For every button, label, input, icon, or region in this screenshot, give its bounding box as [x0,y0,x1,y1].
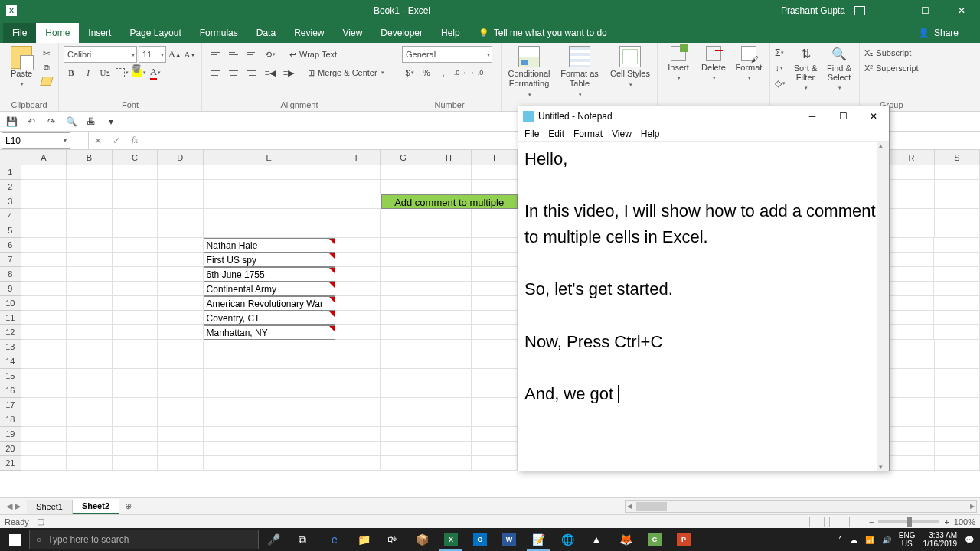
conditional-formatting-button[interactable]: Conditional Formatting [507,46,551,99]
minimize-button[interactable]: ─ [874,0,902,21]
page-layout-view-button[interactable] [829,517,844,527]
cell[interactable] [158,398,203,412]
row-head[interactable]: 17 [0,398,21,412]
cell[interactable] [335,340,381,354]
cell[interactable] [204,340,335,354]
fill-color-button[interactable] [131,64,146,81]
cell[interactable] [21,180,67,194]
name-box[interactable]: L10▾ [2,132,70,149]
taskbar-dropbox[interactable]: 📦 [407,528,436,551]
cell[interactable] [934,253,979,267]
cell[interactable] [67,209,112,223]
orientation-button[interactable]: ⟲ [262,46,279,63]
insert-cells-button[interactable]: Insert [662,46,694,81]
cell[interactable] [113,238,158,253]
cell[interactable] [472,325,517,340]
taskbar-word[interactable]: W [495,528,524,551]
cell[interactable] [113,412,158,427]
cell[interactable] [335,194,381,209]
notepad-close-button[interactable]: ✕ [858,106,889,126]
cell[interactable] [21,398,67,412]
cell[interactable] [335,165,381,180]
row-head[interactable]: 11 [0,311,21,325]
cell[interactable] [889,253,934,267]
cell[interactable] [381,311,426,325]
cell[interactable] [158,223,203,238]
cell[interactable] [472,456,517,471]
tray-onedrive-icon[interactable]: ☁ [850,536,858,544]
cell[interactable] [113,223,158,238]
taskbar-excel[interactable]: X [436,528,466,551]
cell[interactable] [158,194,203,209]
cell[interactable] [381,340,426,354]
accounting-format-button[interactable]: $ [402,64,417,81]
col-head-g[interactable]: G [381,150,426,165]
cell[interactable] [204,354,335,369]
cell[interactable] [472,209,517,223]
cell[interactable] [113,369,158,383]
cell[interactable] [113,383,158,398]
notepad-text-area[interactable]: Hello, In this video, I will show how to… [518,142,889,471]
cell[interactable] [889,267,934,282]
cell[interactable] [935,383,980,398]
share-button[interactable]: 👤 Share [909,23,968,43]
cell[interactable] [67,442,112,456]
taskbar-chrome[interactable]: 🌐 [553,528,582,551]
row-head[interactable]: 19 [0,427,21,442]
cell[interactable] [381,325,426,340]
quick-print-button[interactable]: 🖶 [84,115,98,129]
task-view-button[interactable]: ⧉ [288,528,317,551]
tray-network-icon[interactable]: 📶 [865,536,874,544]
tray-clock[interactable]: 3:33 AM1/16/2019 [923,531,958,548]
cell[interactable] [934,238,979,253]
cell[interactable] [426,354,472,369]
tab-review[interactable]: Review [285,23,333,43]
row-head[interactable]: 21 [0,456,21,471]
cell[interactable] [472,267,517,282]
font-size-combo[interactable]: 11▾ [139,46,166,63]
maximize-button[interactable]: ☐ [911,0,939,21]
data-cell[interactable]: 6th June 1755 [204,267,335,282]
align-right-button[interactable] [243,64,260,81]
cell[interactable] [113,282,158,296]
tray-language[interactable]: ENGUS [899,531,916,548]
cell[interactable] [889,412,934,427]
notepad-menu-help[interactable]: Help [641,129,660,139]
cell[interactable] [67,456,112,471]
cell[interactable] [889,180,934,194]
cell[interactable] [21,282,67,296]
row-head[interactable]: 15 [0,369,21,383]
fill-button[interactable]: ↓ [775,61,786,75]
format-cells-button[interactable]: Format [733,46,765,81]
row-head[interactable]: 2 [0,180,21,194]
macro-record-icon[interactable]: ▢ [37,517,44,527]
cell[interactable] [204,223,335,238]
cell[interactable] [381,456,426,471]
cell[interactable] [426,442,472,456]
row-head[interactable]: 20 [0,442,21,456]
notepad-window[interactable]: Untitled - Notepad ─ ☐ ✕ File Edit Forma… [518,106,890,471]
cell[interactable] [335,442,381,456]
tray-notifications-icon[interactable]: 💬 [965,536,974,544]
microphone-icon[interactable]: 🎤 [259,528,288,551]
cell[interactable] [426,296,472,311]
cell[interactable] [472,180,517,194]
cell[interactable] [426,383,472,398]
cell[interactable] [381,282,426,296]
cell[interactable] [158,369,203,383]
cell[interactable] [21,412,67,427]
cell[interactable] [426,325,472,340]
sheet-tab-2[interactable]: Sheet2 [73,499,119,514]
redo-button[interactable]: ↷ [44,115,58,129]
zoom-in-button[interactable]: + [944,517,949,527]
increase-decimal-button[interactable]: .0→ [452,64,468,81]
cell[interactable] [21,456,67,471]
taskbar-outlook[interactable]: O [466,528,495,551]
cell[interactable] [204,383,335,398]
cell[interactable] [426,340,472,354]
sheet-nav[interactable]: ◀ ▶ [0,501,27,511]
font-name-combo[interactable]: Calibri▾ [64,46,137,63]
cell[interactable] [935,209,980,223]
merge-center-button[interactable]: ⊞Merge & Center [305,64,387,81]
cell[interactable] [889,442,934,456]
